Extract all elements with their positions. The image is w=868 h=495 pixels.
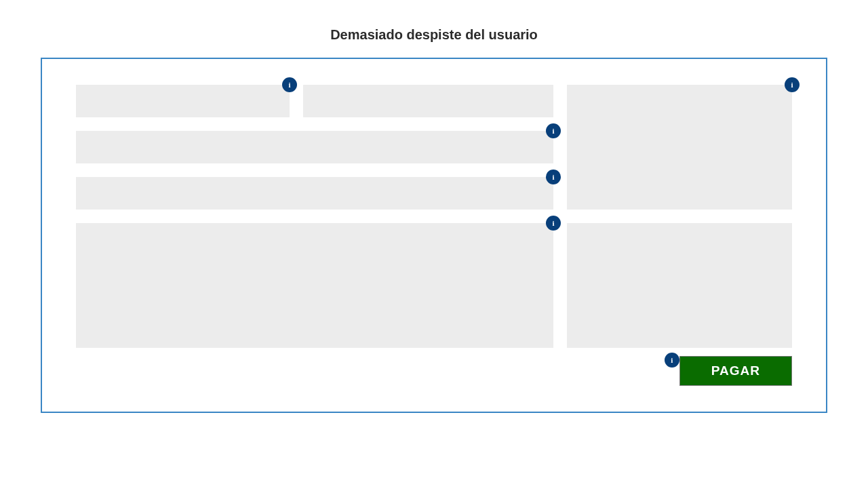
form-frame: i i i i i i PAGAR (41, 58, 827, 413)
panel-right-bottom[interactable] (567, 223, 792, 348)
input-line-3[interactable]: i (76, 177, 553, 210)
pay-button[interactable]: PAGAR (679, 356, 792, 386)
info-icon[interactable]: i (546, 170, 561, 184)
info-icon[interactable]: i (282, 77, 297, 92)
info-icon[interactable]: i (546, 216, 561, 231)
left-column: i i i i (76, 85, 553, 386)
input-line-2[interactable]: i (76, 131, 553, 163)
panel-right-top[interactable]: i (567, 85, 792, 210)
input-first-name[interactable]: i (76, 85, 290, 117)
info-icon[interactable]: i (665, 353, 679, 368)
textarea-main[interactable]: i (76, 223, 553, 348)
right-column: i i PAGAR (567, 85, 792, 386)
input-last-name[interactable] (303, 85, 553, 117)
page-title: Demasiado despiste del usuario (41, 27, 827, 43)
info-icon[interactable]: i (785, 77, 800, 92)
info-icon[interactable]: i (546, 123, 561, 138)
